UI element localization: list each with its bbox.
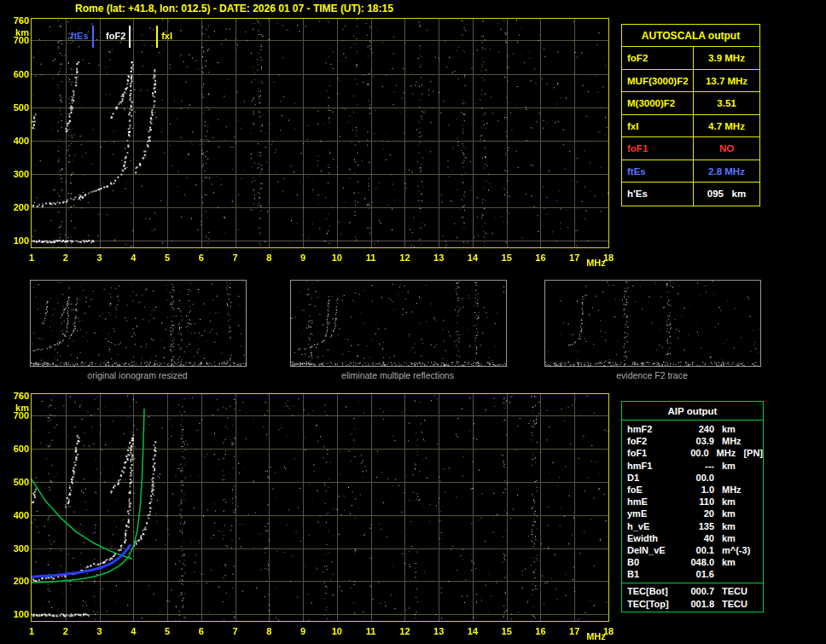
autoscala-row: foF23.9 MHz (622, 47, 759, 70)
y-tick-label: 100 (3, 609, 29, 619)
autoscala-row-label: foF1 (622, 137, 694, 160)
autoscala-row-label: MUF(3000)F2 (622, 70, 694, 92)
y-tick-label: 400 (3, 136, 29, 146)
aip-tec-rows: TEC[Bot]000.7TECUTEC[Top]001.8TECU (622, 583, 763, 611)
x-tick-label: 11 (362, 626, 381, 636)
autoscala-row: ftEs2.8 MHz (622, 160, 759, 183)
x-axis-unit-label: MHz (586, 631, 606, 641)
foF2-marker-line (129, 26, 131, 48)
x-tick-label: 2 (56, 252, 75, 263)
x-tick-label: 5 (158, 252, 177, 263)
aip-row: foF203.9MHz (622, 435, 763, 447)
aip-row-unit (714, 472, 722, 484)
y-tick-label: 300 (3, 169, 29, 179)
aip-output-title: AIP output (622, 402, 763, 421)
x-tick-label: 14 (463, 252, 482, 263)
aip-row: TEC[Top]001.8TECU (622, 598, 763, 610)
x-axis-unit-label: MHz (586, 258, 606, 268)
y-tick-label: 600 (3, 69, 29, 79)
autoscala-row: fxI4.7 MHz (622, 115, 759, 138)
aip-row-value: 135 (677, 520, 714, 532)
aip-row-label: foF1 (622, 447, 673, 459)
x-tick-label: 5 (158, 626, 177, 636)
aip-output-panel: AIP output hmF2240kmfoF203.9MHzfoF100.0M… (621, 401, 764, 612)
x-tick-label: 14 (463, 626, 482, 636)
aip-row-value: 00.0 (677, 472, 714, 484)
autoscala-row-label: fxI (622, 115, 694, 137)
aip-row-label: hmF1 (622, 460, 677, 472)
autoscala-row-value: 4.7 MHz (694, 115, 759, 137)
aip-row-value: 00.1 (677, 544, 714, 556)
aip-row-unit: m^(-3) (714, 544, 750, 556)
thumbnail-caption: original ionogram resized (29, 370, 246, 380)
aip-row-unit: MHz (714, 435, 742, 447)
x-tick-label: 16 (531, 626, 550, 636)
aip-row: hmE110km (622, 496, 763, 508)
y-axis-unit-label: km (3, 403, 29, 413)
aip-row-label: foF2 (622, 435, 677, 447)
aip-row-unit: km (714, 556, 736, 568)
autoscala-row-value: 13.7 MHz (694, 70, 759, 92)
x-tick-label: 12 (395, 252, 414, 263)
x-tick-label: 11 (362, 252, 381, 263)
autoscala-row-value: 095 km (694, 183, 759, 206)
autoscala-row-value: 3.51 (694, 92, 759, 114)
aip-row: TEC[Bot]000.7TECU (622, 585, 763, 597)
thumbnail-caption: eliminate multiple reflections (289, 370, 506, 380)
aip-row-unit: km (714, 460, 736, 472)
aip-row: hmF1---km (622, 460, 763, 472)
aip-row-value: 01.6 (677, 568, 714, 580)
aip-row: foE1.0MHz (622, 484, 763, 496)
fxI-marker-line (156, 26, 158, 48)
x-tick-label: 16 (531, 252, 550, 263)
x-tick-label: 8 (259, 626, 278, 636)
x-tick-label: 15 (497, 252, 516, 263)
y-tick-label: 100 (3, 235, 29, 246)
autoscala-window: Rome (lat: +41.8, lon: 012.5) - DATE: 20… (0, 0, 826, 644)
autoscala-output-panel: AUTOSCALA output foF23.9 MHzMUF(3000)F21… (621, 24, 760, 206)
aip-row-unit: km (714, 532, 736, 544)
aip-row-value: 000.7 (677, 585, 714, 597)
foF2-marker-label: foF2 (81, 31, 125, 41)
aip-row-unit: TECU (714, 585, 747, 597)
aip-row-value: 048.0 (677, 556, 714, 568)
autoscala-row: h'Es095 km (622, 183, 759, 206)
thumbnail-canvas-0 (30, 280, 247, 367)
autoscala-row-value: 3.9 MHz (694, 47, 759, 69)
top-ionogram-canvas (32, 19, 608, 247)
aip-row-unit: km (714, 508, 736, 519)
aip-row-label: DelN_vE (622, 544, 677, 556)
autoscala-output-title: AUTOSCALA output (622, 25, 759, 47)
aip-row-label: TEC[Top] (622, 598, 677, 610)
x-tick-label: 4 (124, 626, 143, 636)
aip-row-unit (714, 568, 722, 580)
aip-row: h_vE135km (622, 520, 763, 532)
x-tick-label: 12 (395, 626, 414, 636)
aip-row-label: hmF2 (622, 423, 677, 435)
autoscala-row-label: M(3000)F2 (622, 92, 694, 114)
x-tick-label: 10 (328, 626, 346, 636)
x-tick-label: 7 (226, 626, 245, 636)
aip-row-unit: km (714, 423, 736, 435)
x-tick-label: 10 (328, 252, 346, 263)
y-tick-label: 200 (3, 576, 29, 586)
y-tick-label: 500 (3, 102, 29, 113)
aip-row-value: 03.9 (677, 435, 714, 447)
aip-row-value: 110 (677, 496, 714, 508)
y-tick-label: 760 (3, 15, 29, 26)
x-tick-label: 1 (22, 626, 41, 636)
x-tick-label: 13 (429, 252, 448, 263)
aip-row: ymE20km (622, 508, 763, 519)
bottom-ionogram-canvas (32, 394, 608, 621)
autoscala-row-value: 2.8 MHz (694, 160, 759, 183)
station-date-header: Rome (lat: +41.8, lon: 012.5) - DATE: 20… (75, 3, 393, 15)
thumbnail-canvas-2 (544, 280, 761, 367)
aip-row: D100.0 (622, 472, 763, 484)
aip-row: B101.6 (622, 568, 763, 580)
aip-row-label: Ewidth (622, 532, 677, 544)
aip-row: hmF2240km (622, 423, 763, 435)
autoscala-row: MUF(3000)F213.7 MHz (622, 70, 759, 93)
x-tick-label: 7 (226, 252, 245, 263)
aip-row-unit: MHz (714, 484, 742, 496)
y-axis-unit-label: km (3, 27, 29, 38)
